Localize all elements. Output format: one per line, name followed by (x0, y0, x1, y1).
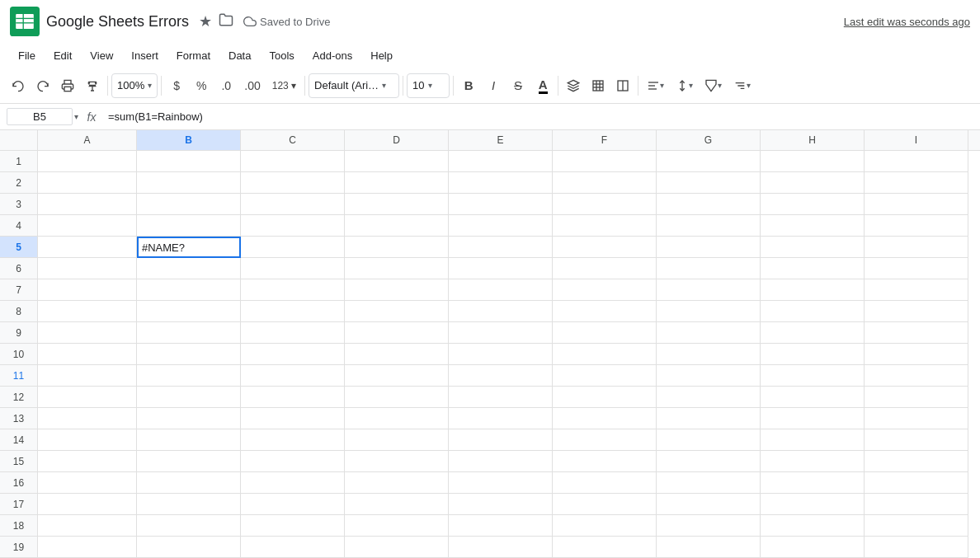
cell-H11[interactable] (761, 365, 865, 387)
menu-help[interactable]: Help (362, 46, 401, 65)
cell-C6[interactable] (241, 258, 345, 279)
col-header-H[interactable]: H (761, 130, 865, 150)
cell-F14[interactable] (553, 429, 657, 451)
cell-E19[interactable] (449, 537, 553, 558)
cell-A6[interactable] (38, 258, 137, 279)
more-formats-button[interactable]: 123 ▾ (267, 73, 301, 98)
cell-D6[interactable] (345, 258, 449, 279)
row-num-10[interactable]: 10 (0, 344, 38, 365)
menu-file[interactable]: File (10, 46, 44, 65)
cell-F11[interactable] (553, 365, 657, 387)
cell-D15[interactable] (345, 451, 449, 472)
text-color-button[interactable]: A (531, 73, 554, 98)
percent-button[interactable]: % (190, 73, 213, 98)
cell-I19[interactable] (865, 537, 968, 558)
cell-I7[interactable] (865, 279, 968, 301)
cell-I18[interactable] (865, 515, 968, 537)
cell-E5[interactable] (449, 237, 553, 258)
col-header-F[interactable]: F (553, 130, 657, 150)
cell-E14[interactable] (449, 429, 553, 451)
menu-edit[interactable]: Edit (45, 46, 80, 65)
font-size-select[interactable]: 10 ▾ (407, 73, 450, 98)
cell-C19[interactable] (241, 537, 345, 558)
cell-B13[interactable] (137, 408, 241, 429)
row-num-17[interactable]: 17 (0, 494, 38, 515)
cell-H18[interactable] (761, 515, 865, 537)
zoom-select[interactable]: 100% ▾ (111, 73, 158, 98)
more-options-button[interactable]: ▾ (728, 73, 756, 98)
cell-G13[interactable] (657, 408, 761, 429)
font-select[interactable]: Default (Ari… ▾ (309, 73, 399, 98)
cell-E4[interactable] (449, 215, 553, 237)
undo-button[interactable] (7, 73, 30, 98)
row-num-12[interactable]: 12 (0, 387, 38, 408)
cell-G7[interactable] (657, 279, 761, 301)
cell-B16[interactable] (137, 472, 241, 494)
halign-button[interactable]: ▾ (642, 73, 669, 98)
document-title[interactable]: Google Sheets Errors (46, 13, 189, 30)
row-num-11[interactable]: 11 (0, 365, 38, 387)
row-num-2[interactable]: 2 (0, 172, 38, 194)
cell-C5[interactable] (241, 237, 345, 258)
menu-data[interactable]: Data (220, 46, 259, 65)
cell-A10[interactable] (38, 344, 137, 365)
cell-B12[interactable] (137, 387, 241, 408)
cell-G16[interactable] (657, 472, 761, 494)
cell-E18[interactable] (449, 515, 553, 537)
cell-E17[interactable] (449, 494, 553, 515)
row-num-5[interactable]: 5 (0, 237, 38, 258)
cell-F15[interactable] (553, 451, 657, 472)
cell-F10[interactable] (553, 344, 657, 365)
cell-C4[interactable] (241, 215, 345, 237)
row-num-14[interactable]: 14 (0, 429, 38, 451)
cell-I3[interactable] (865, 194, 968, 215)
dec-decrease-button[interactable]: .0 (214, 73, 238, 98)
cell-E6[interactable] (449, 258, 553, 279)
cell-A7[interactable] (38, 279, 137, 301)
menu-insert[interactable]: Insert (123, 46, 167, 65)
cell-I5[interactable] (865, 237, 968, 258)
cell-H14[interactable] (761, 429, 865, 451)
cell-F6[interactable] (553, 258, 657, 279)
cell-C7[interactable] (241, 279, 345, 301)
cell-B5[interactable]: #NAME? (137, 237, 241, 258)
cell-A5[interactable] (38, 237, 137, 258)
cell-H1[interactable] (761, 151, 865, 172)
cell-A3[interactable] (38, 194, 137, 215)
cell-G8[interactable] (657, 301, 761, 322)
cell-H15[interactable] (761, 451, 865, 472)
star-icon[interactable]: ★ (199, 12, 212, 30)
cell-F19[interactable] (553, 537, 657, 558)
cell-B18[interactable] (137, 515, 241, 537)
cell-H9[interactable] (761, 322, 865, 344)
cell-G18[interactable] (657, 515, 761, 537)
cell-A12[interactable] (38, 387, 137, 408)
row-num-4[interactable]: 4 (0, 215, 38, 237)
cell-A17[interactable] (38, 494, 137, 515)
cell-G10[interactable] (657, 344, 761, 365)
cell-C8[interactable] (241, 301, 345, 322)
cell-E16[interactable] (449, 472, 553, 494)
cell-C14[interactable] (241, 429, 345, 451)
cell-G5[interactable] (657, 237, 761, 258)
cell-G6[interactable] (657, 258, 761, 279)
bold-button[interactable]: B (457, 73, 480, 98)
cell-C18[interactable] (241, 515, 345, 537)
cell-I13[interactable] (865, 408, 968, 429)
currency-button[interactable]: $ (165, 73, 188, 98)
cell-I14[interactable] (865, 429, 968, 451)
cell-I1[interactable] (865, 151, 968, 172)
cell-A4[interactable] (38, 215, 137, 237)
cell-H7[interactable] (761, 279, 865, 301)
row-num-1[interactable]: 1 (0, 151, 38, 172)
folder-icon[interactable] (219, 12, 233, 30)
cell-G15[interactable] (657, 451, 761, 472)
cell-B10[interactable] (137, 344, 241, 365)
last-edit-status[interactable]: Last edit was seconds ago (844, 16, 970, 28)
cell-B8[interactable] (137, 301, 241, 322)
cell-A13[interactable] (38, 408, 137, 429)
cell-H16[interactable] (761, 472, 865, 494)
fill-color-button[interactable] (562, 73, 585, 98)
col-header-E[interactable]: E (449, 130, 553, 150)
cell-G3[interactable] (657, 194, 761, 215)
